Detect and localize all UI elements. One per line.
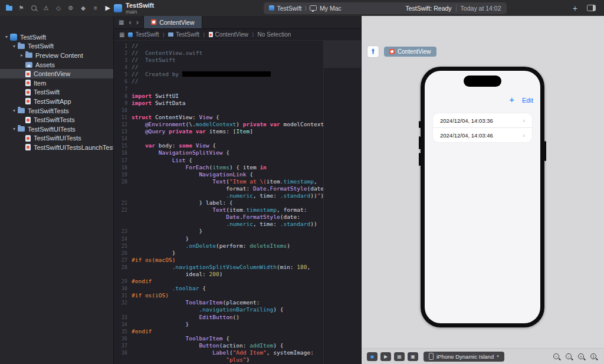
status-time: Today at 14:02 <box>461 5 501 12</box>
swift-file-icon <box>389 49 395 54</box>
line-number: 26 <box>114 250 132 257</box>
line-number: 2 <box>114 50 132 57</box>
editor-layout-icon[interactable] <box>587 5 596 11</box>
list-item[interactable]: 2024/12/04, 14:03:46› <box>433 127 532 142</box>
branch-label: main <box>126 9 154 15</box>
tab-tools: ▦ ‹ › <box>114 16 143 28</box>
swift-icon <box>25 144 31 150</box>
tree-item-testswift[interactable]: ▾TestSwift <box>0 42 113 51</box>
list-item[interactable]: 2024/12/04, 14:03:36› <box>433 113 532 127</box>
project-navigator-icon[interactable] <box>5 5 12 12</box>
tree-item-testswifttests[interactable]: TestSwiftTests <box>0 115 113 124</box>
line-number: 13 <box>114 128 132 135</box>
zoom-actual-size-button[interactable]: 1 <box>590 353 596 359</box>
chevron-down-icon[interactable]: ▾ <box>11 44 18 49</box>
breadcrumb-item[interactable]: TestSwift <box>168 31 199 38</box>
chevron-down-icon[interactable]: ▾ <box>3 34 10 40</box>
item-list: 2024/12/04, 14:03:36›2024/12/04, 14:03:4… <box>433 113 532 142</box>
related-items-icon[interactable]: ▦ <box>119 32 124 38</box>
scheme-selector[interactable]: TestSwift ⟩ My Mac <box>269 5 342 12</box>
line-number: 24 <box>114 235 132 242</box>
selectable-mode-button[interactable]: ▶ <box>380 352 391 361</box>
tree-item-label: TestSwiftTests <box>34 116 75 123</box>
tree-item-contentview[interactable]: ContentView <box>0 69 113 78</box>
line-number: 12 <box>114 121 132 128</box>
line-number: 6 <box>114 78 132 85</box>
chevron-down-icon: ▾ <box>497 354 499 359</box>
tree-item-testswift[interactable]: TestSwift <box>0 88 113 97</box>
library-add-button[interactable]: + <box>573 4 577 12</box>
edit-button[interactable]: Edit <box>522 97 533 104</box>
editor-pane: ▦ ‹ › ContentView ▦ TestSwift⟩TestSwift⟩… <box>114 16 361 364</box>
zoom-fit-button[interactable]: ▫ <box>566 353 572 359</box>
preview-chip[interactable]: ContentView <box>384 47 436 57</box>
tree-item-preview-content[interactable]: ▸Preview Content <box>0 51 113 60</box>
debug-navigator-icon[interactable]: ⚙ <box>67 5 74 12</box>
tab-contentview[interactable]: ContentView <box>143 16 202 28</box>
tree-item-testswiftapp[interactable]: TestSwiftApp <box>0 97 113 106</box>
pin-button[interactable] <box>367 46 379 57</box>
device-settings-button[interactable]: ▣ <box>408 352 418 361</box>
tree-item-testswifttests[interactable]: ▾TestSwiftTests <box>0 106 113 116</box>
tree-item-testswiftuitests[interactable]: ▾TestSwiftUITests <box>0 124 113 134</box>
toolbar-center: TestSwift ⟩ My Mac TestSwift: Ready Toda… <box>214 2 556 14</box>
line-number: 29 <box>114 278 132 285</box>
folder-icon <box>18 108 25 113</box>
run-button[interactable]: ▶ <box>106 4 110 12</box>
live-preview-button[interactable]: ◉ <box>367 352 378 361</box>
device-selector[interactable]: iPhone Dynamic Island ▾ <box>424 352 504 362</box>
zoom-in-button[interactable]: + <box>578 353 584 359</box>
minimap[interactable] <box>323 41 361 364</box>
tree-item-label: Assets <box>35 61 55 68</box>
line-number: 25 <box>114 242 132 250</box>
device-label: iPhone Dynamic Island <box>436 353 494 360</box>
zoom-out-button[interactable]: − <box>553 353 559 359</box>
tree-item-label: TestSwiftUITestsLaunchTests <box>34 144 113 151</box>
line-number: 23 <box>114 228 132 235</box>
tree-item-label: TestSwiftTests <box>28 107 69 114</box>
add-item-button[interactable]: + <box>509 95 514 104</box>
line-number: 3 <box>114 57 132 64</box>
chevron-down-icon[interactable]: ▾ <box>11 108 18 113</box>
variants-mode-button[interactable]: ▦ <box>394 352 405 361</box>
line-number <box>114 306 132 313</box>
breadcrumb-item[interactable]: No Selection <box>258 31 291 38</box>
test-navigator-icon[interactable]: ◇ <box>55 5 62 12</box>
tree-item-testswiftuitestslaunchtests[interactable]: TestSwiftUITestsLaunchTests <box>0 143 113 152</box>
report-navigator-icon[interactable]: ≡ <box>92 5 99 12</box>
breakpoint-navigator-icon[interactable]: ◆ <box>80 5 87 12</box>
tree-item-testswift[interactable]: ▾TestSwift <box>0 32 113 42</box>
find-navigator-icon[interactable] <box>30 5 37 12</box>
canvas-bottom-bar: ◉▶▦▣ iPhone Dynamic Island ▾ −▫+1 <box>362 348 604 364</box>
back-button[interactable]: ‹ <box>129 18 131 26</box>
breadcrumb-item[interactable]: TestSwift <box>128 31 159 38</box>
tree-item-item[interactable]: Item <box>0 78 113 88</box>
code-editor[interactable]: 1//2// ContentView.swift3// TestSwift4//… <box>114 41 361 364</box>
swift-icon <box>25 71 31 77</box>
line-number: 9 <box>114 100 132 107</box>
bookmark-navigator-icon[interactable]: ⚑ <box>18 5 25 12</box>
editor-grid-icon[interactable]: ▦ <box>119 19 124 25</box>
folder-icon <box>168 32 173 37</box>
issue-navigator-icon[interactable]: ⚠ <box>42 5 50 12</box>
chevron-down-icon[interactable]: ▾ <box>11 126 18 132</box>
line-number: 1 <box>114 42 132 50</box>
forward-button[interactable]: › <box>136 18 139 26</box>
phone-screen: + Edit 2024/12/04, 14:03:36›2024/12/04, … <box>425 71 540 323</box>
line-number: 21 <box>114 199 132 206</box>
scheme-app-icon <box>269 5 274 11</box>
status-area[interactable]: TestSwift: Ready Today at 14:02 <box>405 5 501 12</box>
navigator-panel: ▾TestSwift▾TestSwift▸Preview ContentAsse… <box>0 16 114 364</box>
preview-chip-label: ContentView <box>398 48 431 55</box>
tree-item-testswiftuitests[interactable]: TestSwiftUITests <box>0 134 113 143</box>
breadcrumb-item[interactable]: ContentView <box>209 31 249 38</box>
tree-item-assets[interactable]: Assets <box>0 60 113 70</box>
line-number: 31 <box>114 292 132 299</box>
status-divider <box>456 5 457 11</box>
toolbar-right: + <box>556 4 604 12</box>
chevron-right-icon[interactable]: ▸ <box>18 53 25 58</box>
tree-item-label: TestSwiftUITests <box>28 126 76 133</box>
canvas-mode-buttons: ◉▶▦▣ <box>367 352 418 361</box>
breadcrumb-separator-icon: ⟩ <box>162 32 165 38</box>
scheme-name: TestSwift <box>277 5 302 12</box>
